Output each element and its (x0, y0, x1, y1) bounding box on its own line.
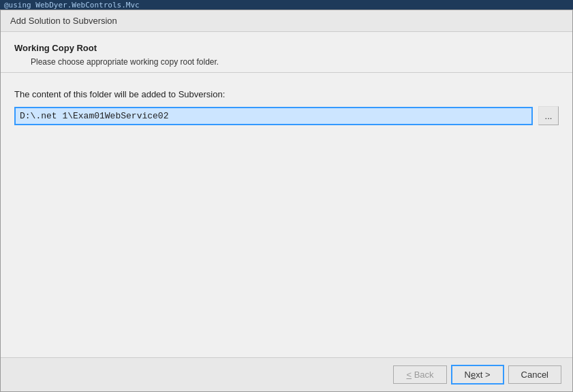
dialog-title: Add Solution to Subversion (1, 10, 572, 32)
section-title: Working Copy Root (14, 43, 559, 53)
dialog-body: Working Copy Root Please choose appropri… (1, 32, 572, 357)
next-button[interactable]: Next > (451, 365, 504, 385)
folder-label: The content of this folder will be added… (14, 89, 559, 99)
back-button[interactable]: < Back (393, 365, 446, 384)
cancel-button[interactable]: Cancel (508, 365, 561, 384)
content-area: The content of this folder will be added… (1, 73, 572, 357)
title-bar-text: @using WebDyer.WebControls.Mvc (4, 1, 140, 10)
section-subtitle: Please choose appropriate working copy r… (14, 57, 559, 67)
folder-path-input[interactable] (14, 107, 533, 125)
section-header: Working Copy Root Please choose appropri… (1, 32, 572, 73)
folder-row: ... (14, 106, 559, 125)
title-bar: @using WebDyer.WebControls.Mvc (0, 0, 573, 10)
dialog: Add Solution to Subversion Working Copy … (0, 10, 573, 392)
browse-button[interactable]: ... (538, 106, 559, 125)
dialog-footer: < Back Next > Cancel (1, 357, 572, 391)
